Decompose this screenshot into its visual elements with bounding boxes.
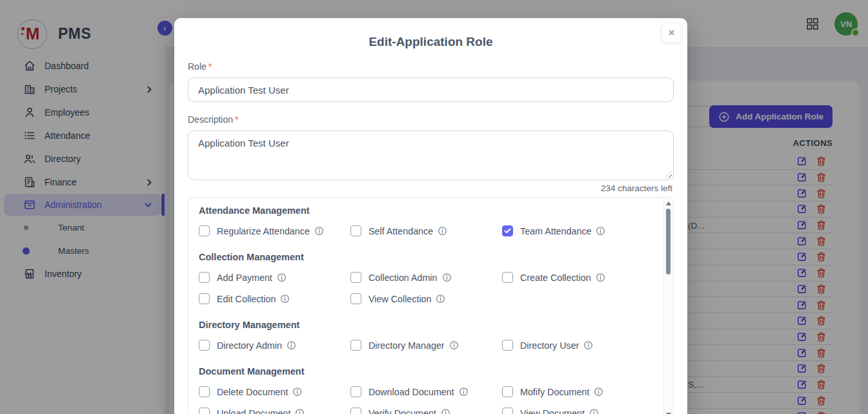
- permission-download-document[interactable]: Download Document: [350, 386, 502, 397]
- required-asterisk: *: [208, 61, 212, 72]
- checkbox-unchecked[interactable]: [350, 272, 361, 283]
- role-field-label: Role*: [188, 61, 674, 72]
- permission-upload-document[interactable]: Upload Document: [199, 408, 350, 414]
- permission-section: Attendance ManagementRegularize Attendan…: [199, 205, 654, 236]
- permission-label: Add Payment: [217, 273, 272, 283]
- permission-section-title: Collection Management: [199, 252, 654, 262]
- checkbox-unchecked[interactable]: [350, 225, 361, 236]
- permission-label: View Collection: [368, 294, 431, 304]
- permission-label: Delete Document: [217, 387, 288, 397]
- permission-create-collection[interactable]: Create Collection: [502, 272, 654, 283]
- info-icon[interactable]: [596, 226, 605, 236]
- permission-view-document[interactable]: View Document: [502, 408, 654, 414]
- description-textarea[interactable]: Application Test User: [188, 130, 674, 180]
- permission-section-title: Attendance Management: [199, 205, 654, 216]
- characters-left-counter: 234 characters left: [188, 183, 672, 193]
- permission-label: Regularize Attendance: [217, 226, 310, 236]
- permission-self-attendance[interactable]: Self Attendance: [350, 225, 502, 236]
- permissions-panel: Attendance ManagementRegularize Attendan…: [188, 197, 674, 414]
- info-icon[interactable]: [596, 273, 605, 282]
- info-icon[interactable]: [277, 273, 287, 282]
- checkbox-unchecked[interactable]: [199, 408, 210, 414]
- checkbox-unchecked[interactable]: [502, 408, 513, 414]
- info-icon[interactable]: [292, 387, 302, 397]
- close-icon[interactable]: ×: [661, 23, 681, 43]
- permission-label: Create Collection: [520, 273, 591, 283]
- permission-section: Document ManagementDelete DocumentDownlo…: [199, 366, 654, 414]
- info-icon[interactable]: [280, 294, 290, 304]
- scrollbar-thumb[interactable]: [666, 209, 671, 274]
- scroll-up-icon[interactable]: [666, 202, 671, 205]
- info-icon[interactable]: [436, 294, 445, 304]
- info-icon[interactable]: [594, 387, 603, 397]
- checkbox-unchecked[interactable]: [199, 293, 210, 304]
- modal-title: Edit-Application Role: [188, 35, 674, 49]
- permission-verify-document[interactable]: Verify Document: [350, 408, 502, 414]
- permission-section-title: Document Management: [199, 366, 654, 377]
- checkbox-unchecked[interactable]: [502, 386, 513, 397]
- info-icon[interactable]: [449, 340, 459, 350]
- checkbox-unchecked[interactable]: [199, 340, 210, 351]
- permission-directory-manager[interactable]: Directory Manager: [350, 340, 502, 351]
- permission-edit-collection[interactable]: Edit Collection: [199, 293, 350, 304]
- checkbox-unchecked[interactable]: [502, 340, 513, 351]
- permission-label: View Document: [520, 408, 585, 414]
- permission-label: Self Attendance: [368, 226, 433, 236]
- permission-collection-admin[interactable]: Collection Admin: [350, 272, 502, 283]
- permission-add-payment[interactable]: Add Payment: [199, 272, 350, 283]
- checkbox-unchecked[interactable]: [350, 340, 361, 351]
- permission-team-attendance[interactable]: Team Attendance: [502, 225, 654, 236]
- permission-label: Upload Document: [217, 408, 290, 414]
- permission-label: Directory Manager: [368, 340, 445, 351]
- checkbox-unchecked[interactable]: [502, 272, 513, 283]
- permission-delete-document[interactable]: Delete Document: [199, 386, 350, 397]
- checkbox-unchecked[interactable]: [199, 272, 210, 283]
- info-icon[interactable]: [438, 226, 447, 236]
- description-field-label: Description*: [188, 114, 674, 125]
- info-icon[interactable]: [314, 226, 324, 236]
- permission-section: Collection ManagementAdd PaymentCollecti…: [199, 252, 654, 304]
- permission-label: Edit Collection: [217, 294, 276, 304]
- permission-label: Collection Admin: [368, 273, 438, 283]
- permission-label: Team Attendance: [520, 226, 591, 236]
- info-icon[interactable]: [295, 408, 305, 414]
- checkbox-unchecked[interactable]: [350, 408, 361, 414]
- permission-directory-user[interactable]: Directory User: [502, 340, 654, 351]
- permission-section: Directory ManagementDirectory AdminDirec…: [199, 320, 654, 351]
- info-icon[interactable]: [459, 387, 469, 397]
- role-input[interactable]: Application Test User: [188, 78, 674, 102]
- permission-mofify-document[interactable]: Mofify Document: [502, 386, 654, 397]
- permission-label: Verify Document: [368, 408, 436, 414]
- scrollbar[interactable]: [663, 198, 672, 414]
- required-asterisk: *: [235, 114, 238, 125]
- permission-section-title: Directory Management: [199, 320, 654, 330]
- checkbox-unchecked[interactable]: [199, 386, 210, 397]
- info-icon[interactable]: [287, 340, 296, 350]
- checkbox-unchecked[interactable]: [350, 386, 361, 397]
- permission-label: Mofify Document: [520, 387, 589, 397]
- info-icon[interactable]: [583, 340, 593, 350]
- checkbox-checked[interactable]: [502, 225, 513, 236]
- info-icon[interactable]: [442, 273, 452, 282]
- permission-label: Download Document: [368, 387, 454, 397]
- checkbox-unchecked[interactable]: [199, 225, 210, 236]
- permission-regularize-attendance[interactable]: Regularize Attendance: [199, 225, 350, 236]
- info-icon[interactable]: [589, 408, 599, 414]
- checkbox-unchecked[interactable]: [350, 293, 361, 304]
- permission-label: Directory Admin: [217, 340, 282, 351]
- info-icon[interactable]: [441, 408, 450, 414]
- permission-view-collection[interactable]: View Collection: [350, 293, 502, 304]
- permission-directory-admin[interactable]: Directory Admin: [199, 340, 350, 351]
- edit-application-role-modal: Edit-Application Role × Role* Applicatio…: [174, 18, 687, 414]
- permission-label: Directory User: [520, 340, 579, 351]
